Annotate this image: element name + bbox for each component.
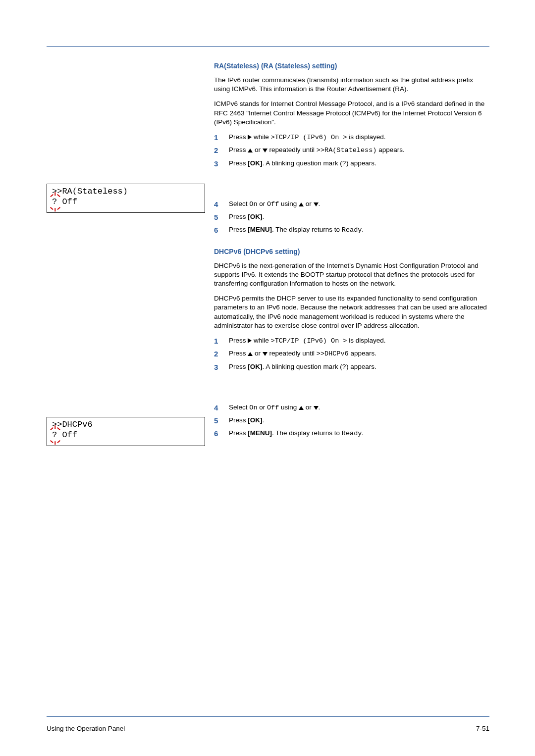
mono-text: >>DHCPv6: [317, 350, 349, 357]
lcd-display-ra: >>RA(Stateless) ? Off: [47, 184, 205, 213]
para: DHCPv6 is the next-generation of the Int…: [214, 261, 489, 289]
triangle-down-icon: [263, 149, 268, 152]
text: Press: [229, 337, 248, 344]
text: repeatedly until: [268, 146, 317, 153]
step-number: 2: [214, 349, 229, 359]
step-1: 1 Press while >TCP/IP (IPv6) On > is dis…: [214, 336, 489, 346]
text: Press: [229, 159, 248, 167]
text: Press: [229, 133, 248, 141]
mono-text: Off: [267, 201, 279, 208]
para: ICMPv6 stands for Internet Control Messa…: [214, 100, 489, 127]
text: .: [263, 416, 265, 424]
step-3: 3 Press [OK]. A blinking question mark (…: [214, 159, 489, 169]
step-text: Press [OK]. A blinking question mark (?)…: [229, 159, 489, 169]
lcd-value: Off: [57, 197, 77, 206]
text: or: [257, 403, 267, 411]
step-6: 6 Press [MENU]. The display returns to R…: [214, 429, 489, 439]
step-1: 1 Press while >TCP/IP (IPv6) On > is dis…: [214, 133, 489, 143]
step-text: Press [OK].: [229, 212, 489, 222]
step-4: 4 Select On or Off using or .: [214, 403, 489, 413]
text: appears.: [349, 350, 376, 357]
blink-cursor-icon: ?: [52, 197, 57, 207]
triangle-up-icon: [248, 149, 253, 152]
text: using: [279, 403, 299, 411]
triangle-up-icon: [248, 352, 253, 356]
text: . The display returns to: [272, 226, 342, 233]
text: .: [362, 226, 364, 233]
lcd-display-dhcpv6: >>DHCPv6 ? Off: [47, 417, 205, 446]
text: Press: [229, 416, 248, 424]
step-number: 5: [214, 212, 229, 222]
lcd-qmark: ?: [52, 197, 57, 206]
bold-text: [MENU]: [248, 226, 272, 233]
text: .: [263, 213, 265, 220]
lcd-value: Off: [57, 430, 77, 440]
step-5: 5 Press [OK].: [214, 416, 489, 426]
step-number: 4: [214, 403, 229, 413]
section-heading-ra: RA(Stateless) (RA (Stateless) setting): [214, 62, 489, 70]
step-6: 6 Press [MENU]. The display returns to R…: [214, 225, 489, 235]
step-number: 1: [214, 336, 229, 346]
text: . The display returns to: [272, 429, 342, 437]
text: Press: [229, 429, 248, 437]
text: Select: [229, 200, 249, 207]
text: is displayed.: [347, 133, 385, 141]
text: Press: [229, 363, 248, 370]
step-5: 5 Press [OK].: [214, 212, 489, 222]
text: .: [319, 403, 321, 411]
step-number: 3: [214, 159, 229, 169]
lcd-qmark: ?: [52, 430, 57, 440]
text: or: [253, 350, 263, 357]
mono-text: On: [249, 201, 257, 208]
step-text: Press or repeatedly until >>RA(Stateless…: [229, 146, 489, 155]
text: Press: [229, 146, 248, 153]
step-text: Press [MENU]. The display returns to Rea…: [229, 429, 489, 439]
text: using: [279, 200, 299, 207]
blink-cursor-icon: ?: [52, 430, 57, 440]
text: .: [319, 200, 321, 207]
text: Press: [229, 226, 248, 233]
mono-text: >TCP/IP (IPv6) On >: [271, 134, 347, 141]
step-number: 5: [214, 416, 229, 426]
bold-text: [OK]: [248, 159, 262, 167]
main-content: RA(Stateless) (RA (Stateless) setting) T…: [214, 62, 489, 442]
step-number: 1: [214, 133, 229, 143]
step-2: 2 Press or repeatedly until >>DHCPv6 app…: [214, 349, 489, 359]
text: Select: [229, 403, 249, 411]
step-text: Press [OK]. A blinking question mark (?)…: [229, 362, 489, 372]
bold-text: [OK]: [248, 363, 262, 370]
text: .: [362, 429, 364, 437]
mono-text: Ready: [342, 226, 362, 234]
step-text: Select On or Off using or .: [229, 200, 489, 209]
lcd-line1: >>RA(Stateless): [52, 187, 128, 196]
text: is displayed.: [347, 337, 385, 344]
step-text: Press or repeatedly until >>DHCPv6 appea…: [229, 349, 489, 359]
footer-rule: [47, 716, 489, 717]
text: Press: [229, 350, 248, 357]
step-number: 2: [214, 146, 229, 155]
mono-text: ?: [342, 363, 346, 371]
mono-text: ?: [342, 160, 346, 167]
text: or: [304, 200, 314, 207]
step-text: Select On or Off using or .: [229, 403, 489, 413]
triangle-down-icon: [314, 406, 319, 410]
triangle-down-icon: [314, 202, 319, 206]
text: ) appears.: [346, 363, 376, 370]
footer-left: Using the Operation Panel: [47, 725, 125, 732]
step-text: Press [OK].: [229, 416, 489, 426]
text: or: [253, 146, 263, 153]
text: . A blinking question mark (: [263, 363, 342, 370]
text: while: [252, 337, 270, 344]
triangle-down-icon: [263, 352, 268, 356]
step-4: 4 Select On or Off using or .: [214, 200, 489, 209]
step-text: Press while >TCP/IP (IPv6) On > is displ…: [229, 336, 489, 346]
step-2: 2 Press or repeatedly until >>RA(Statele…: [214, 146, 489, 155]
header-rule: [47, 46, 489, 47]
step-text: Press [MENU]. The display returns to Rea…: [229, 225, 489, 235]
section-heading-dhcpv6: DHCPv6 (DHCPv6 setting): [214, 248, 489, 255]
mono-text: Off: [267, 404, 279, 411]
para: DHCPv6 permits the DHCP server to use it…: [214, 294, 489, 330]
step-number: 4: [214, 200, 229, 209]
mono-text: Ready: [342, 430, 362, 437]
text: or: [304, 403, 314, 411]
